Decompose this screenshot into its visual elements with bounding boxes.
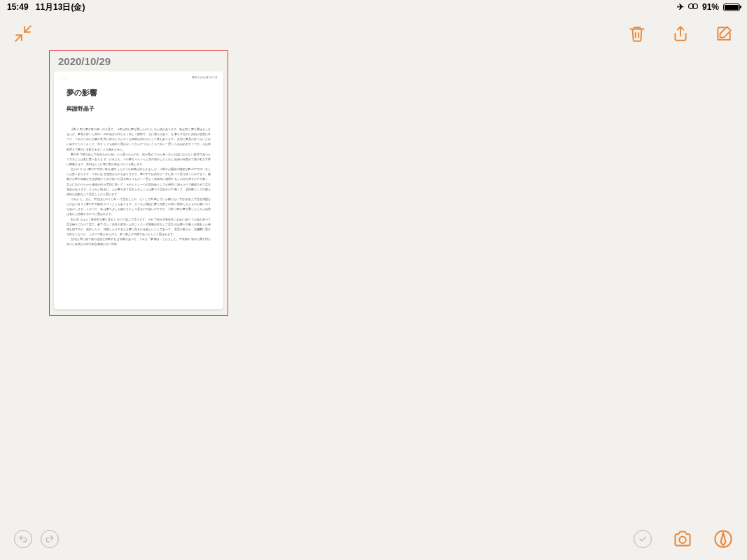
status-battery-percent: 91% [702, 2, 719, 12]
thumbnail-date: 2020/10/29 [58, 55, 223, 67]
sync-icon [688, 2, 698, 12]
page-thumbnail-area: 2020/10/29 ……… 夢野久作全集 第六巻 夢の影響 與謝野晶子 小野小… [49, 50, 228, 316]
svg-point-0 [679, 537, 685, 543]
bottom-toolbar [0, 525, 747, 553]
page-preview: ……… 夢野久作全集 第六巻 夢の影響 與謝野晶子 小野小町に夢の歌の多いのを見… [54, 71, 223, 309]
page-header-left: ……… [60, 76, 68, 79]
page-thumbnail-selected[interactable]: 2020/10/29 ……… 夢野久作全集 第六巻 夢の影響 與謝野晶子 小野小… [49, 50, 228, 316]
page-header-right: 夢野久作全集 第六巻 [192, 76, 218, 79]
share-button[interactable] [671, 24, 690, 43]
done-button[interactable] [634, 530, 652, 548]
status-date: 11月13日(金) [36, 1, 85, 13]
undo-button[interactable] [14, 530, 32, 548]
document-title: 夢の影響 [67, 88, 211, 98]
redo-button[interactable] [41, 530, 59, 548]
battery-icon [723, 4, 740, 11]
document-body: 小野小町に夢の歌の多いのを見て、小町は特に夢を愛したのだと云ふ説があります。私は… [67, 127, 211, 246]
top-toolbar [0, 17, 747, 50]
delete-button[interactable] [628, 24, 646, 43]
airplane-mode-icon: ✈ [677, 2, 684, 12]
status-bar: 15:49 11月13日(金) ✈ 91% [0, 0, 747, 14]
compose-button[interactable] [715, 24, 733, 43]
status-time: 15:49 [7, 2, 29, 12]
collapse-icon[interactable] [14, 24, 32, 43]
camera-button[interactable] [673, 529, 692, 549]
document-author: 與謝野晶子 [67, 105, 211, 113]
pen-button[interactable] [713, 529, 733, 549]
